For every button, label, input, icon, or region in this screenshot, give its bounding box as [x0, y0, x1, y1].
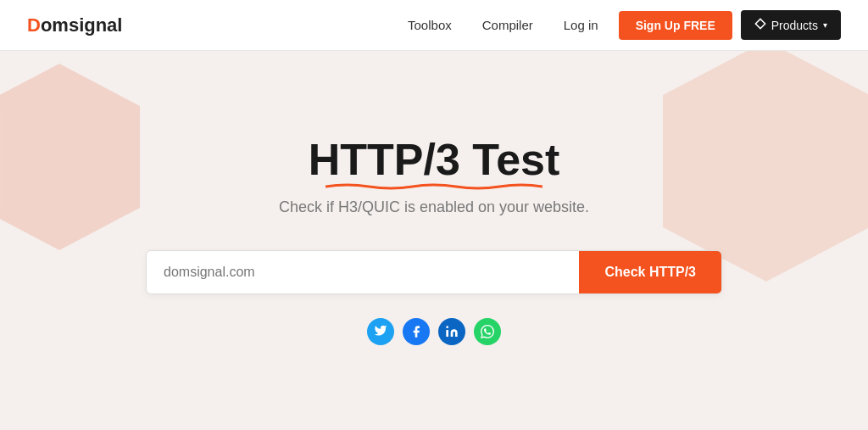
nav-actions: Sign Up FREE Products ▾ — [619, 10, 841, 40]
whatsapp-icon[interactable] — [474, 318, 501, 345]
svg-marker-2 — [663, 51, 868, 282]
hex-left-decoration — [0, 59, 144, 254]
url-input[interactable] — [147, 251, 579, 293]
nav-link-toolbox[interactable]: Toolbox — [408, 18, 452, 32]
logo-text: omsignal — [41, 14, 123, 36]
title-underline — [326, 183, 543, 190]
hero-content: HTTP/3 Test Check if H3/QUIC is enabled … — [279, 136, 589, 215]
products-label: Products — [771, 19, 818, 32]
twitter-icon[interactable] — [367, 318, 394, 345]
facebook-icon[interactable] — [403, 318, 430, 345]
hero-section: HTTP/3 Test Check if H3/QUIC is enabled … — [0, 51, 868, 430]
linkedin-icon[interactable] — [438, 318, 465, 345]
svg-rect-0 — [755, 19, 765, 28]
signup-button[interactable]: Sign Up FREE — [619, 11, 732, 40]
social-icons — [367, 318, 501, 345]
hero-subtitle: Check if H3/QUIC is enabled on your webs… — [279, 198, 589, 216]
products-diamond-icon — [754, 18, 766, 32]
check-button[interactable]: Check HTTP/3 — [579, 251, 721, 293]
chevron-down-icon: ▾ — [823, 20, 827, 30]
logo[interactable]: Domsignal — [27, 14, 122, 36]
nav-link-login[interactable]: Log in — [564, 18, 598, 32]
logo-d: D — [27, 14, 41, 36]
search-bar: Check HTTP/3 — [146, 250, 722, 294]
page-title: HTTP/3 Test — [309, 136, 560, 184]
products-button[interactable]: Products ▾ — [741, 10, 841, 40]
nav-link-compiler[interactable]: Compiler — [482, 18, 533, 32]
svg-point-3 — [446, 326, 448, 328]
nav-links: Toolbox Compiler Log in — [408, 18, 598, 32]
svg-marker-1 — [0, 64, 140, 250]
navbar: Domsignal Toolbox Compiler Log in Sign U… — [0, 0, 868, 51]
